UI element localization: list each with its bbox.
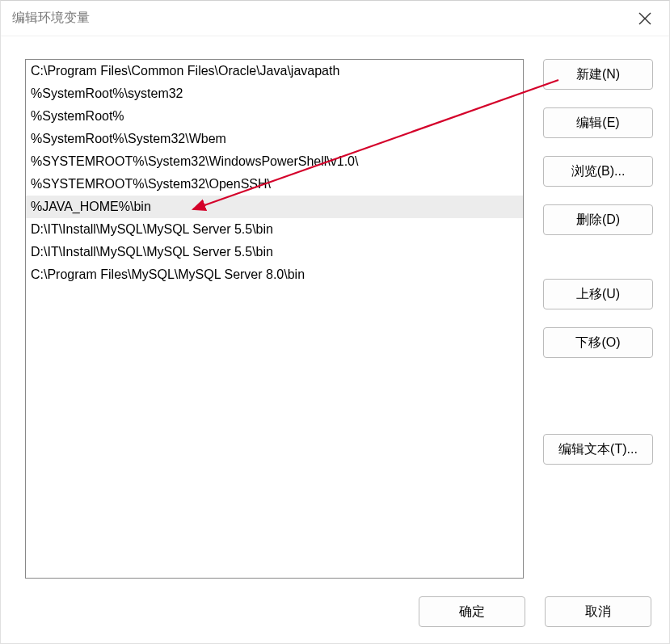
cancel-button[interactable]: 取消 bbox=[545, 596, 651, 627]
edit-button[interactable]: 编辑(E) bbox=[543, 107, 653, 138]
body-area: C:\Program Files\Common Files\Oracle\Jav… bbox=[1, 36, 669, 588]
ok-button[interactable]: 确定 bbox=[419, 596, 525, 627]
delete-button[interactable]: 删除(D) bbox=[543, 204, 653, 235]
list-item[interactable]: C:\Program Files\MySQL\MySQL Server 8.0\… bbox=[26, 263, 523, 286]
list-item[interactable]: %SystemRoot%\System32\Wbem bbox=[26, 128, 523, 150]
list-item[interactable]: %SYSTEMROOT%\System32\OpenSSH\ bbox=[26, 173, 523, 196]
list-item[interactable]: %SystemRoot%\system32 bbox=[26, 82, 523, 105]
move-down-button[interactable]: 下移(O) bbox=[543, 327, 653, 358]
bottom-button-bar: 确定 取消 bbox=[1, 588, 669, 643]
list-item[interactable]: C:\Program Files\Common Files\Oracle\Jav… bbox=[26, 60, 523, 82]
browse-button[interactable]: 浏览(B)... bbox=[543, 156, 653, 187]
list-item[interactable]: %JAVA_HOME%\bin bbox=[26, 196, 523, 218]
list-item[interactable]: D:\IT\Install\MySQL\MySQL Server 5.5\bin bbox=[26, 241, 523, 263]
list-item[interactable]: D:\IT\Install\MySQL\MySQL Server 5.5\bin bbox=[26, 218, 523, 241]
move-up-button[interactable]: 上移(U) bbox=[543, 279, 653, 309]
edit-text-button[interactable]: 编辑文本(T)... bbox=[543, 434, 653, 465]
list-item[interactable]: %SystemRoot% bbox=[26, 105, 523, 128]
titlebar: 编辑环境变量 bbox=[1, 1, 669, 36]
new-button[interactable]: 新建(N) bbox=[543, 59, 653, 90]
window-title: 编辑环境变量 bbox=[12, 10, 90, 27]
env-var-dialog: 编辑环境变量 C:\Program Files\Common Files\Ora… bbox=[0, 0, 670, 644]
path-listbox[interactable]: C:\Program Files\Common Files\Oracle\Jav… bbox=[25, 59, 524, 579]
side-button-column: 新建(N) 编辑(E) 浏览(B)... 删除(D) 上移(U) 下移(O) 编… bbox=[543, 59, 653, 579]
close-icon[interactable] bbox=[635, 9, 655, 28]
list-item[interactable]: %SYSTEMROOT%\System32\WindowsPowerShell\… bbox=[26, 150, 523, 173]
